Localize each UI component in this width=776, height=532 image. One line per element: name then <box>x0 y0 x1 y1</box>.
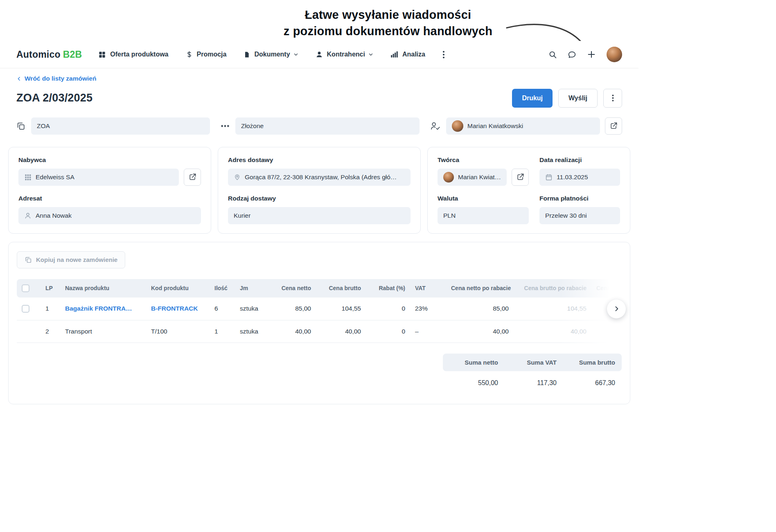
document-meta-row: ZOA Złożone Marian Kwiatkowski <box>16 117 622 135</box>
addressee-value: Anna Nowak <box>36 212 72 219</box>
table-scroll-right-button[interactable] <box>607 300 626 318</box>
send-button[interactable]: Wyślij <box>558 89 598 108</box>
col-gross-price: Cena brutto <box>316 279 366 298</box>
nav-item-kontrahenci[interactable]: Kontrahenci <box>316 51 373 58</box>
document-icon <box>244 51 250 59</box>
summary-net-value: 550,00 <box>449 379 498 387</box>
doc-type-field[interactable]: ZOA <box>31 117 210 135</box>
col-product-name: Nazwa produktu <box>60 279 146 298</box>
nav-item-label: Analiza <box>402 51 425 58</box>
delivery-card: Adres dostawy Gorąca 87/2, 22-308 Krasny… <box>218 147 421 234</box>
details-card: Twórca Marian Kwiat… Data realizacji <box>427 147 630 234</box>
payment-field[interactable]: Przelew 30 dni <box>539 207 620 224</box>
chevron-left-icon <box>16 76 22 81</box>
col-lp: LP <box>41 279 60 298</box>
delivery-type-value: Kurier <box>234 212 250 219</box>
more-actions-button[interactable] <box>603 89 622 108</box>
back-to-orders-link[interactable]: Wróć do listy zamówień <box>16 75 96 82</box>
cell-unit: sztuka <box>235 298 268 320</box>
brand-name: Automico <box>16 49 61 60</box>
copy-icon <box>16 122 25 131</box>
copy-document-icon <box>25 256 32 264</box>
currency-value: PLN <box>443 212 456 219</box>
select-all-checkbox[interactable] <box>22 284 29 292</box>
addressee-field[interactable]: Anna Nowak <box>18 207 201 224</box>
currency-field[interactable]: PLN <box>438 207 529 224</box>
cell-gross-after: 104,55 <box>514 298 591 320</box>
realization-date-value: 11.03.2025 <box>557 174 588 181</box>
nav-actions <box>548 47 622 62</box>
copy-button-label: Kopiuj na nowe zamówienie <box>36 256 117 263</box>
delivery-type-label: Rodzaj dostawy <box>228 195 411 202</box>
open-owner-button[interactable] <box>605 117 622 135</box>
col-unit: Jm <box>235 279 268 298</box>
info-cards: Nabywca Edelweiss SA Adresat Anna Nowak … <box>8 147 630 234</box>
external-link-icon <box>610 122 618 130</box>
open-creator-button[interactable] <box>512 169 529 186</box>
col-product-code: Kod produktu <box>146 279 210 298</box>
grid-icon <box>98 51 106 59</box>
location-pin-icon <box>234 173 241 181</box>
owner-field[interactable]: Marian Kwiatkowski <box>446 117 600 135</box>
order-items-card: Kopiuj na nowe zamówienie LP Nazwa produ… <box>8 242 630 404</box>
table-row: 2 Transport T/100 1 sztuka 40,00 40,00 0… <box>17 320 622 343</box>
cell-net: 40,00 <box>268 320 316 343</box>
summary-values-row: 550,00 117,30 667,30 <box>443 371 622 395</box>
brand-logo[interactable]: AutomicoB2B <box>16 49 82 60</box>
top-navbar: AutomicoB2B Oferta produktowa Promocja D… <box>0 41 638 68</box>
table-header-row: LP Nazwa produktu Kod produktu Ilość Jm … <box>17 279 622 298</box>
company-icon <box>24 174 32 181</box>
print-button[interactable]: Drukuj <box>512 89 553 108</box>
user-avatar[interactable] <box>607 47 622 62</box>
status-field[interactable]: Złożone <box>235 117 420 135</box>
summary-vat-value: 117,30 <box>508 379 557 387</box>
delivery-address-value: Gorąca 87/2, 22-308 Krasnystaw, Polska (… <box>245 174 397 181</box>
product-name-link[interactable]: Bagażnik FRONTRA… <box>65 305 132 312</box>
page-header: ZOA 2/03/2025 Drukuj Wyślij <box>16 89 622 108</box>
person-icon <box>24 212 32 219</box>
currency-label: Waluta <box>438 195 529 202</box>
cell-product-code: T/100 <box>146 320 210 343</box>
external-link-icon <box>517 173 524 181</box>
plus-icon[interactable] <box>587 50 596 59</box>
cell-gross: 104,55 <box>316 298 366 320</box>
product-code-link[interactable]: B-FRONTRACK <box>151 305 198 312</box>
cell-net-after: 85,00 <box>446 298 514 320</box>
row-checkbox[interactable] <box>22 305 29 313</box>
bar-chart-icon <box>390 51 398 58</box>
cell-vat: – <box>410 320 446 343</box>
buyer-field[interactable]: Edelweiss SA <box>18 169 179 186</box>
col-clipped: Cena <box>591 279 622 298</box>
cell-lp: 2 <box>41 320 60 343</box>
summary-net-label: Suma netto <box>449 359 498 366</box>
cell-vat: 23% <box>410 298 446 320</box>
addressee-label: Adresat <box>18 195 201 202</box>
buyer-card: Nabywca Edelweiss SA Adresat Anna Nowak <box>8 147 211 234</box>
chat-icon[interactable] <box>568 50 576 59</box>
cell-gross-after: 40,00 <box>514 320 591 343</box>
delivery-type-field[interactable]: Kurier <box>228 207 411 224</box>
nav-item-oferta-produktowa[interactable]: Oferta produktowa <box>98 51 168 59</box>
chevron-down-icon <box>293 52 298 57</box>
col-vat: VAT <box>410 279 446 298</box>
delivery-address-field[interactable]: Gorąca 87/2, 22-308 Krasnystaw, Polska (… <box>228 169 411 186</box>
creator-label: Twórca <box>438 156 529 164</box>
col-net-price: Cena netto <box>268 279 316 298</box>
cell-discount: 0 <box>366 320 410 343</box>
nav-item-label: Promocja <box>197 51 227 58</box>
open-buyer-button[interactable] <box>184 169 201 186</box>
nav-item-promocja[interactable]: Promocja <box>186 50 227 59</box>
cell-quantity: 6 <box>210 298 235 320</box>
nav-item-label: Dokumenty <box>254 51 290 58</box>
nav-item-analiza[interactable]: Analiza <box>390 51 425 58</box>
main-menu: Oferta produktowa Promocja Dokumenty Kon… <box>98 50 445 59</box>
nav-more-menu[interactable] <box>442 50 445 59</box>
annotation-line-1: Łatwe wysyłanie wiadomości <box>0 7 776 23</box>
more-vertical-icon <box>442 50 445 59</box>
annotation-line-2: z poziomu dokumentów handlowych <box>0 23 776 39</box>
creator-field[interactable]: Marian Kwiat… <box>438 169 507 186</box>
copy-to-new-order-button[interactable]: Kopiuj na nowe zamówienie <box>17 251 125 268</box>
nav-item-dokumenty[interactable]: Dokumenty <box>244 51 298 59</box>
realization-date-field[interactable]: 11.03.2025 <box>539 169 620 186</box>
search-icon[interactable] <box>548 50 557 59</box>
